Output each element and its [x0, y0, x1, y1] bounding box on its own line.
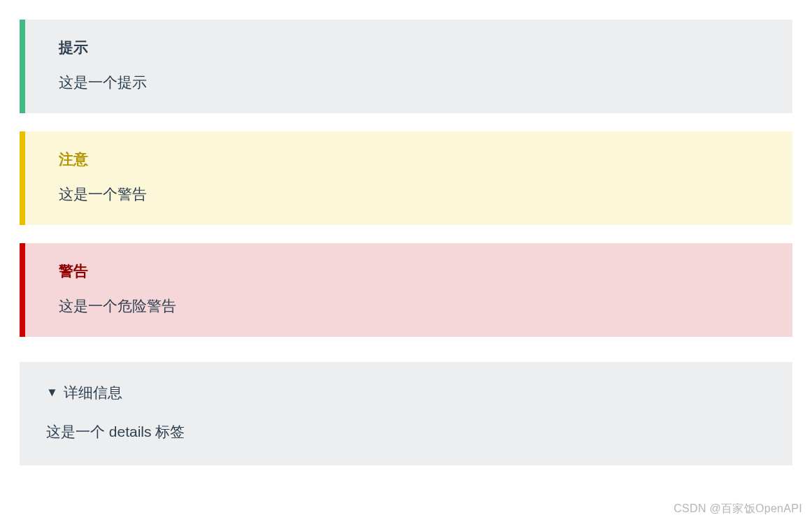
callout-tip-body: 这是一个提示: [59, 73, 759, 92]
details-summary[interactable]: ▼ 详细信息: [46, 383, 766, 403]
callout-warning: 注意 这是一个警告: [20, 131, 792, 225]
callout-danger-body: 这是一个危险警告: [59, 296, 759, 316]
callout-warning-body: 这是一个警告: [59, 184, 759, 204]
details-block: ▼ 详细信息 这是一个 details 标签: [20, 362, 792, 465]
disclosure-triangle-icon: ▼: [46, 386, 58, 400]
callout-danger-title: 警告: [59, 261, 759, 281]
callout-warning-title: 注意: [59, 150, 759, 169]
callout-tip-title: 提示: [59, 38, 759, 57]
callout-tip: 提示 这是一个提示: [20, 20, 792, 113]
callout-danger: 警告 这是一个危险警告: [20, 243, 792, 337]
details-body: 这是一个 details 标签: [46, 422, 766, 442]
details-summary-label: 详细信息: [64, 383, 122, 403]
